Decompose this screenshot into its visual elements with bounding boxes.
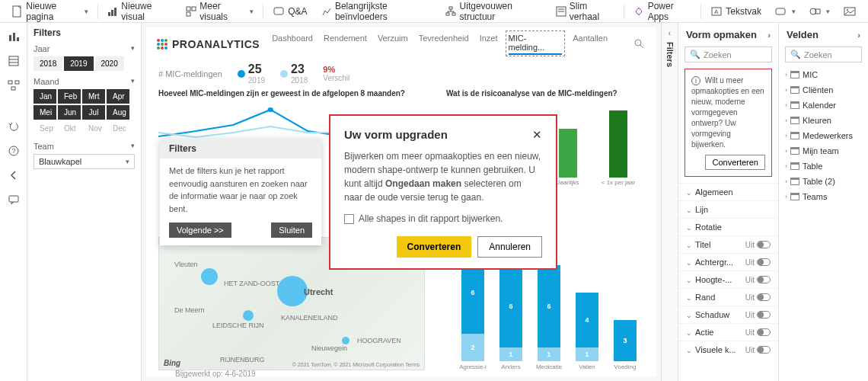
field-table-cli-nten[interactable]: ›Cliënten — [779, 82, 868, 98]
modal-checkbox-row[interactable]: Alle shapes in dit rapport bijwerken. — [344, 213, 542, 224]
comment-icon[interactable] — [6, 192, 21, 207]
tip-close-button[interactable]: Sluiten — [271, 223, 312, 238]
tab-4[interactable]: Inzet — [480, 34, 498, 55]
month-apr[interactable]: Apr — [107, 89, 129, 104]
back-icon[interactable] — [6, 168, 21, 183]
bar-category: Voeding — [614, 363, 637, 370]
tab-6[interactable]: Aantallen — [573, 34, 608, 55]
team-dropdown[interactable]: Blauwkapel▾ — [34, 154, 135, 169]
toggle[interactable]: Uit — [745, 276, 771, 284]
toggle[interactable]: Uit — [745, 346, 771, 354]
svg-point-37 — [161, 43, 164, 46]
year-2019[interactable]: 2019 — [64, 56, 93, 71]
format-prop-schaduw[interactable]: ⌄SchaduwUit — [678, 306, 778, 323]
report-view-icon[interactable] — [6, 29, 21, 44]
toggle[interactable]: Uit — [745, 293, 771, 302]
format-search[interactable]: 🔍Zoeken — [685, 46, 772, 62]
field-table-table[interactable]: ›Table — [779, 158, 868, 174]
tree-icon — [445, 5, 456, 18]
format-prop-rand[interactable]: ⌄RandUit — [678, 288, 778, 306]
tab-0[interactable]: Dashboard — [272, 34, 313, 55]
toggle[interactable]: Uit — [745, 241, 771, 249]
field-table-kalender[interactable]: ›Kalender — [779, 98, 868, 113]
filters-collapsed-tab[interactable]: ‹ Filters — [661, 23, 678, 381]
svg-rect-2 — [111, 10, 113, 16]
svg-text:A: A — [714, 8, 719, 15]
info-convert-button[interactable]: Converteren — [705, 155, 765, 170]
tab-2[interactable]: Verzuim — [378, 34, 408, 55]
month-okt[interactable]: Okt — [58, 121, 81, 136]
format-prop-visuele-k-[interactable]: ⌄Visuele k...Uit — [678, 341, 778, 358]
month-feb[interactable]: Feb — [58, 89, 81, 104]
map-label: Nieuwegein — [311, 344, 347, 352]
ribbon-smart-narrative[interactable]: Slim verhaal — [549, 0, 621, 24]
month-dec[interactable]: Dec — [107, 121, 129, 136]
convert-button[interactable]: Converteren — [397, 236, 472, 258]
ribbon-label: Slim verhaal — [570, 1, 615, 22]
format-prop-rotatie[interactable]: ⌄Rotatie — [678, 218, 778, 235]
search-icon[interactable] — [632, 37, 647, 52]
month-nov[interactable]: Nov — [82, 121, 105, 136]
format-pane-header: Vorm opmaken› — [678, 23, 778, 45]
toggle[interactable]: Uit — [745, 258, 771, 267]
field-table-teams[interactable]: ›Teams — [779, 189, 868, 204]
field-table-table-2-[interactable]: ›Table (2) — [779, 174, 868, 189]
fields-search[interactable]: 🔍Zoeken — [785, 46, 862, 62]
svg-rect-23 — [17, 37, 19, 41]
field-table-medewerkers[interactable]: ›Medewerkers — [779, 128, 868, 143]
format-prop-lijn[interactable]: ⌄Lijn — [678, 200, 778, 218]
month-jun[interactable]: Jun — [58, 105, 81, 120]
field-table-mijn-team[interactable]: ›Mijn team — [779, 143, 868, 158]
bar-segment: 6 — [538, 265, 560, 347]
month-mrt[interactable]: Mrt — [82, 89, 105, 104]
ribbon-more-visuals[interactable]: Meer visuals▾ — [180, 0, 260, 24]
ribbon-powerapps[interactable]: Power Apps — [627, 0, 697, 24]
tab-5[interactable]: MIC-melding... — [509, 34, 563, 55]
ribbon-buttons[interactable]: ▾ — [769, 3, 802, 20]
cancel-button[interactable]: Annuleren — [477, 236, 542, 258]
ribbon-image[interactable] — [838, 3, 862, 20]
chevron-right-icon[interactable]: › — [767, 30, 771, 40]
ribbon-key-influencers[interactable]: Belangrijkste beïnvloeders — [314, 0, 438, 24]
close-icon[interactable]: ✕ — [532, 128, 542, 142]
month-sep[interactable]: Sep — [34, 121, 56, 136]
format-prop-hoogte-[interactable]: ⌄Hoogte-...Uit — [678, 271, 778, 288]
toggle[interactable]: Uit — [745, 328, 771, 337]
field-table-mic[interactable]: ›MIC — [779, 67, 868, 82]
month-jan[interactable]: Jan — [34, 89, 56, 104]
format-prop-titel[interactable]: ⌄TitelUit — [678, 235, 778, 253]
ribbon-new-page[interactable]: Nieuwe pagina▾ — [6, 0, 94, 24]
format-prop-actie[interactable]: ⌄ActieUit — [678, 323, 778, 341]
undo-icon[interactable] — [6, 119, 21, 134]
svg-rect-7 — [274, 8, 283, 14]
format-prop-algemeen[interactable]: ⌄Algemeen — [678, 183, 778, 200]
table-icon — [790, 178, 799, 185]
month-mei[interactable]: Mei — [34, 105, 56, 120]
chevron-down-icon[interactable]: ▾ — [131, 142, 135, 151]
ribbon-decomp-tree[interactable]: Uitgevouwen structuur — [439, 0, 547, 24]
month-jul[interactable]: Jul — [82, 105, 105, 120]
ribbon-new-visual[interactable]: Nieuwe visual — [101, 0, 178, 24]
month-aug[interactable]: Aug — [107, 105, 129, 120]
ribbon-textbox[interactable]: A Tekstvak — [704, 3, 767, 20]
chevron-right-icon[interactable]: › — [857, 30, 860, 40]
help-icon[interactable]: ? — [6, 143, 21, 158]
ribbon-qna[interactable]: Q&A — [266, 3, 313, 20]
tab-1[interactable]: Rendement — [324, 34, 367, 55]
model-view-icon[interactable] — [6, 78, 21, 93]
data-view-icon[interactable] — [6, 53, 21, 69]
tip-next-button[interactable]: Volgende >> — [169, 223, 231, 238]
kpi-label: # MIC-meldingen — [158, 69, 222, 78]
year-2020[interactable]: 2020 — [95, 56, 124, 71]
logo: PROANALYTICS — [155, 37, 260, 51]
svg-point-41 — [164, 46, 168, 50]
checkbox-icon[interactable] — [344, 214, 354, 224]
year-2018[interactable]: 2018 — [34, 56, 62, 71]
ribbon-shapes[interactable]: ▾ — [803, 3, 836, 20]
chevron-down-icon[interactable]: ▾ — [131, 44, 135, 53]
chevron-down-icon[interactable]: ▾ — [131, 77, 135, 86]
field-table-kleuren[interactable]: ›Kleuren — [779, 113, 868, 128]
tab-3[interactable]: Tevredenheid — [419, 34, 469, 55]
toggle[interactable]: Uit — [745, 311, 771, 319]
format-prop-achtergr-[interactable]: ⌄Achtergr...Uit — [678, 253, 778, 271]
